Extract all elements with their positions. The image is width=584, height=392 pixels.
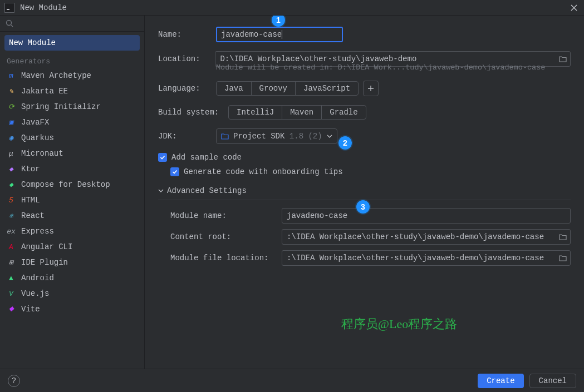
add-sample-label: Add sample code	[171, 153, 242, 162]
sidebar: New Module Generators mMaven Archetype✎J…	[0, 16, 145, 369]
add-sample-checkbox[interactable]	[158, 153, 167, 162]
sidebar-item-vue-js[interactable]: VVue.js	[0, 286, 144, 301]
language-option-java[interactable]: Java	[217, 82, 252, 95]
build-option-intellij[interactable]: IntelliJ	[229, 106, 282, 119]
generator-icon: 5	[7, 196, 16, 205]
sidebar-item-label: HTML	[21, 196, 40, 205]
location-input[interactable]	[220, 54, 556, 63]
callout-1: 1	[272, 16, 285, 27]
callout-3: 3	[356, 200, 370, 214]
onboarding-checkbox[interactable]	[170, 167, 179, 176]
close-button[interactable]	[568, 2, 580, 13]
module-file-location-label: Module file location:	[170, 254, 282, 262]
generator-icon: m	[7, 71, 16, 80]
folder-icon[interactable]	[559, 233, 567, 241]
svg-rect-0	[6, 4, 13, 11]
name-input[interactable]: javademo-case	[216, 27, 343, 42]
search-row	[0, 16, 144, 32]
build-option-gradle[interactable]: Gradle	[322, 106, 365, 119]
sidebar-item-android[interactable]: ▲Android	[0, 270, 144, 286]
content-root-input[interactable]	[287, 232, 556, 241]
language-option-javascript[interactable]: JavaScript	[296, 82, 358, 95]
sidebar-item-ktor[interactable]: ◆Ktor	[0, 161, 144, 177]
generator-icon: μ	[7, 149, 16, 158]
sidebar-item-micronaut[interactable]: μMicronaut	[0, 146, 144, 161]
jdk-select[interactable]: Project SDK 1.8 (2)	[216, 128, 337, 144]
generator-icon: ▲	[7, 274, 16, 282]
create-button[interactable]: Create	[478, 374, 523, 388]
help-button[interactable]: ?	[8, 375, 20, 387]
main-panel: Name: javademo-case Location: Module wil…	[145, 16, 584, 369]
sidebar-item-label: Express	[21, 227, 54, 236]
sidebar-item-new-module[interactable]: New Module	[4, 35, 140, 51]
chevron-down-icon	[158, 188, 164, 193]
sidebar-item-express[interactable]: exExpress	[0, 224, 144, 239]
generator-icon: ▣	[7, 118, 16, 127]
generator-icon: ◆	[7, 180, 16, 189]
generator-icon: ⯁	[7, 305, 16, 314]
sidebar-item-label: IDE Plugin	[21, 258, 68, 267]
sidebar-item-compose-for-desktop[interactable]: ◆Compose for Desktop	[0, 177, 144, 192]
sidebar-item-quarkus[interactable]: ◉Quarkus	[0, 130, 144, 146]
footer: ? Create Cancel	[0, 369, 584, 392]
sidebar-item-vite[interactable]: ⯁Vite	[0, 301, 144, 317]
sidebar-item-label: Vue.js	[21, 289, 49, 298]
sidebar-item-html[interactable]: 5HTML	[0, 192, 144, 208]
build-system-label: Build system:	[158, 108, 228, 117]
app-icon	[4, 3, 14, 13]
folder-icon[interactable]	[559, 55, 567, 63]
build-option-maven[interactable]: Maven	[282, 106, 322, 119]
module-file-input-wrap	[282, 250, 571, 266]
generator-icon: ⊞	[7, 258, 16, 267]
content-root-label: Content root:	[170, 232, 282, 241]
sidebar-item-label: Jakarta EE	[21, 87, 68, 96]
sidebar-item-label: Spring Initializr	[21, 102, 101, 111]
module-name-input[interactable]	[287, 211, 567, 220]
sidebar-item-label: Android	[21, 274, 54, 282]
generator-icon: A	[7, 242, 16, 251]
sidebar-item-javafx[interactable]: ▣JavaFX	[0, 115, 144, 130]
add-language-button[interactable]	[363, 81, 379, 96]
sidebar-item-react[interactable]: ⚛React	[0, 208, 144, 224]
build-system-segmented: IntelliJ Maven Gradle	[228, 105, 366, 120]
generator-icon: V	[7, 289, 16, 298]
cancel-button[interactable]: Cancel	[529, 374, 576, 388]
sidebar-item-label: Vite	[21, 305, 40, 314]
close-icon	[571, 4, 577, 11]
advanced-settings-toggle[interactable]: Advanced Settings	[158, 186, 571, 195]
onboarding-label: Generate code with onboarding tips	[184, 167, 343, 176]
generator-icon: ⟳	[7, 102, 16, 111]
chevron-down-icon	[327, 133, 332, 139]
search-input[interactable]	[17, 19, 139, 28]
svg-line-3	[11, 25, 13, 27]
content-root-input-wrap	[282, 229, 571, 245]
search-icon	[6, 19, 13, 27]
sidebar-item-spring-initializr[interactable]: ⟳Spring Initializr	[0, 99, 144, 115]
generator-icon: ✎	[7, 87, 16, 96]
callout-2: 2	[338, 136, 352, 150]
check-icon	[160, 155, 165, 160]
generator-icon: ⚛	[7, 211, 16, 220]
language-option-groovy[interactable]: Groovy	[252, 82, 296, 95]
sidebar-item-label: Angular CLI	[21, 242, 72, 251]
check-icon	[172, 169, 178, 175]
sidebar-item-ide-plugin[interactable]: ⊞IDE Plugin	[0, 255, 144, 270]
sidebar-item-label: New Module	[9, 38, 56, 47]
sidebar-item-maven-archetype[interactable]: mMaven Archetype	[0, 68, 144, 83]
generator-icon: ◆	[7, 165, 16, 173]
svg-point-2	[7, 21, 12, 26]
module-name-input-wrap	[282, 208, 571, 224]
location-hint: Module will be created in: D:\IDEA Work.…	[216, 63, 571, 72]
title-bar: New Module	[0, 0, 584, 16]
sidebar-item-label: JavaFX	[21, 118, 49, 127]
watermark-text: 程序员@Leo程序之路	[341, 316, 457, 333]
text-cursor	[282, 30, 282, 39]
sidebar-item-angular-cli[interactable]: AAngular CLI	[0, 239, 144, 255]
sidebar-item-label: Quarkus	[21, 133, 54, 142]
module-file-input[interactable]	[287, 254, 556, 262]
location-label: Location:	[158, 54, 215, 63]
folder-icon[interactable]	[559, 254, 567, 262]
sidebar-item-label: Micronaut	[21, 149, 63, 158]
generator-icon: ex	[7, 227, 16, 236]
sidebar-item-jakarta-ee[interactable]: ✎Jakarta EE	[0, 83, 144, 99]
